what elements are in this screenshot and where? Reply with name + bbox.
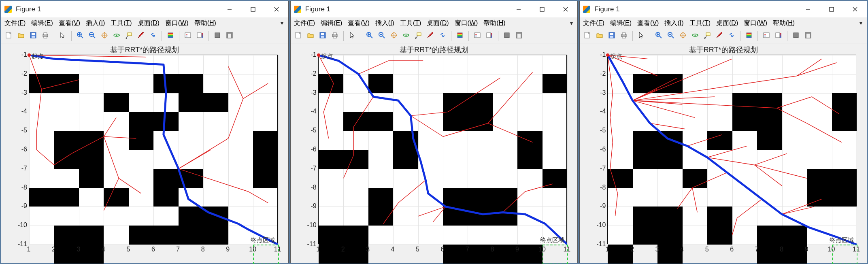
- zoom-out-button[interactable]: [377, 31, 387, 41]
- pan-button[interactable]: [389, 31, 399, 41]
- save-button[interactable]: [317, 31, 328, 41]
- minimize-button[interactable]: [218, 1, 241, 17]
- link-button[interactable]: [726, 31, 737, 41]
- print-button[interactable]: [330, 31, 340, 41]
- menu-t[interactable]: 工具(T): [689, 19, 711, 28]
- toolbar[interactable]: [1, 29, 288, 43]
- pan-button[interactable]: [99, 31, 110, 41]
- link-button[interactable]: [437, 31, 448, 41]
- menu-chevron-icon[interactable]: ▾: [858, 20, 864, 26]
- menubar[interactable]: 文件(F)编辑(E)查看(V)插入(I)工具(T)桌面(D)窗口(W)帮助(H)…: [291, 17, 578, 29]
- titlebar[interactable]: Figure 1: [1, 1, 288, 17]
- show-plot-tools-button[interactable]: [803, 31, 813, 41]
- menu-i[interactable]: 插入(I): [375, 19, 394, 28]
- menubar[interactable]: 文件(F)编辑(E)查看(V)插入(I)工具(T)桌面(D)窗口(W)帮助(H)…: [1, 17, 288, 29]
- menu-d[interactable]: 桌面(D): [138, 19, 160, 28]
- menu-d[interactable]: 桌面(D): [427, 19, 449, 28]
- menu-chevron-icon[interactable]: ▾: [279, 20, 285, 26]
- open-button[interactable]: [305, 31, 316, 41]
- close-button[interactable]: [843, 1, 867, 17]
- pan-button[interactable]: [678, 31, 688, 41]
- insert-legend-button[interactable]: [761, 31, 772, 41]
- menu-i[interactable]: 插入(I): [664, 19, 683, 28]
- insert-legend-button[interactable]: [183, 31, 193, 41]
- axes[interactable]: 起点终点区域: [607, 55, 856, 244]
- insert-colorbar-button[interactable]: [195, 31, 205, 41]
- menu-d[interactable]: 桌面(D): [716, 19, 738, 28]
- toolbar[interactable]: [580, 29, 867, 43]
- data-cursor-button[interactable]: [413, 31, 423, 41]
- axes[interactable]: 起点终点区域: [29, 55, 278, 244]
- rotate3d-button[interactable]: [111, 31, 122, 41]
- titlebar[interactable]: Figure 1: [291, 1, 578, 17]
- menu-e[interactable]: 编辑(E): [31, 19, 53, 28]
- menu-v[interactable]: 查看(V): [348, 19, 369, 28]
- data-cursor-button[interactable]: [702, 31, 713, 41]
- print-button[interactable]: [619, 31, 629, 41]
- brush-button[interactable]: [425, 31, 436, 41]
- brush-button[interactable]: [714, 31, 725, 41]
- menu-w[interactable]: 窗口(W): [744, 19, 767, 28]
- new-figure-button[interactable]: [4, 31, 14, 41]
- menu-h[interactable]: 帮助(H): [194, 19, 216, 28]
- menu-t[interactable]: 工具(T): [111, 19, 132, 28]
- zoom-out-button[interactable]: [666, 31, 676, 41]
- menu-e[interactable]: 编辑(E): [321, 19, 342, 28]
- figure-window[interactable]: Figure 1 文件(F)编辑(E)查看(V)插入(I)工具(T)桌面(D)窗…: [1, 1, 289, 263]
- print-button[interactable]: [40, 31, 51, 41]
- colorbar-button[interactable]: [744, 31, 754, 41]
- figure-window[interactable]: Figure 1 文件(F)编辑(E)查看(V)插入(I)工具(T)桌面(D)窗…: [579, 1, 867, 263]
- menu-chevron-icon[interactable]: ▾: [568, 20, 574, 26]
- zoom-in-button[interactable]: [653, 31, 664, 41]
- maximize-button[interactable]: [241, 1, 265, 17]
- insert-colorbar-button[interactable]: [484, 31, 495, 41]
- colorbar-button[interactable]: [165, 31, 176, 41]
- menu-w[interactable]: 窗口(W): [165, 19, 189, 28]
- minimize-button[interactable]: [507, 1, 530, 17]
- menu-w[interactable]: 窗口(W): [455, 19, 478, 28]
- rotate3d-button[interactable]: [401, 31, 411, 41]
- pointer-button[interactable]: [636, 31, 647, 41]
- menu-f[interactable]: 文件(F): [4, 19, 26, 28]
- pointer-button[interactable]: [57, 31, 68, 41]
- show-plot-tools-button[interactable]: [224, 31, 235, 41]
- pointer-button[interactable]: [347, 31, 357, 41]
- menu-i[interactable]: 插入(I): [86, 19, 105, 28]
- menu-e[interactable]: 编辑(E): [610, 19, 632, 28]
- zoom-in-button[interactable]: [75, 31, 85, 41]
- save-button[interactable]: [606, 31, 617, 41]
- menu-f[interactable]: 文件(F): [583, 19, 604, 28]
- toolbar[interactable]: [291, 29, 578, 43]
- maximize-button[interactable]: [820, 1, 843, 17]
- axes[interactable]: 起点终点区域: [318, 55, 567, 244]
- hide-plot-tools-button[interactable]: [502, 31, 512, 41]
- open-button[interactable]: [594, 31, 605, 41]
- data-cursor-button[interactable]: [123, 31, 134, 41]
- titlebar[interactable]: Figure 1: [580, 1, 867, 17]
- menubar[interactable]: 文件(F)编辑(E)查看(V)插入(I)工具(T)桌面(D)窗口(W)帮助(H)…: [580, 17, 867, 29]
- menu-t[interactable]: 工具(T): [400, 19, 421, 28]
- menu-v[interactable]: 查看(V): [637, 19, 659, 28]
- menu-v[interactable]: 查看(V): [59, 19, 80, 28]
- hide-plot-tools-button[interactable]: [212, 31, 223, 41]
- figure-area[interactable]: 基于RRT*的路径规划起点终点区域1234567891011-1-2-3-4-5…: [291, 43, 578, 263]
- show-plot-tools-button[interactable]: [514, 31, 524, 41]
- new-figure-button[interactable]: [293, 31, 304, 41]
- close-button[interactable]: [265, 1, 288, 17]
- colorbar-button[interactable]: [455, 31, 465, 41]
- insert-colorbar-button[interactable]: [773, 31, 784, 41]
- open-button[interactable]: [16, 31, 26, 41]
- save-button[interactable]: [28, 31, 38, 41]
- zoom-in-button[interactable]: [364, 31, 375, 41]
- rotate3d-button[interactable]: [690, 31, 700, 41]
- new-figure-button[interactable]: [582, 31, 593, 41]
- menu-h[interactable]: 帮助(H): [483, 19, 505, 28]
- menu-f[interactable]: 文件(F): [294, 19, 315, 28]
- insert-legend-button[interactable]: [472, 31, 483, 41]
- zoom-out-button[interactable]: [87, 31, 98, 41]
- figure-window[interactable]: Figure 1 文件(F)编辑(E)查看(V)插入(I)工具(T)桌面(D)窗…: [290, 1, 578, 263]
- close-button[interactable]: [554, 1, 577, 17]
- figure-area[interactable]: 基于RRT*的路径规划起点终点区域1234567891011-1-2-3-4-5…: [580, 43, 867, 263]
- brush-button[interactable]: [136, 31, 146, 41]
- maximize-button[interactable]: [530, 1, 554, 17]
